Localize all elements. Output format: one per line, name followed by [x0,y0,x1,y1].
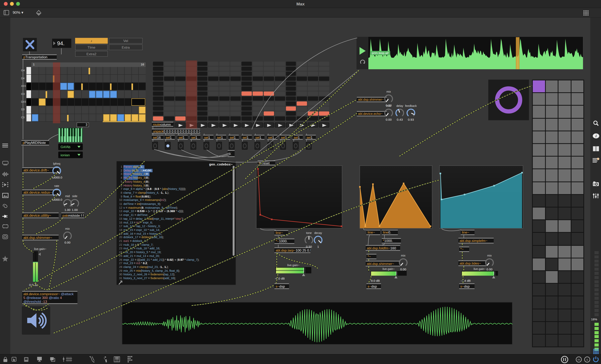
matrix-cell[interactable] [230,72,240,76]
midi-status-icon[interactable]: m [576,356,582,363]
matrix-cell[interactable] [219,77,230,81]
sel-object-8[interactable]: sel 1 [254,135,265,140]
column-play-button[interactable] [175,123,185,127]
tab-button-time[interactable]: TIme [75,44,108,50]
matrix-cell[interactable] [175,62,185,66]
grid-pad[interactable] [571,93,583,105]
grid-pad[interactable] [546,284,558,296]
patch-cords-icon[interactable] [89,356,95,363]
route-column[interactable]: route column [152,122,173,127]
matrix-cell[interactable] [208,77,219,81]
grid-pad[interactable] [571,208,583,220]
grid-pad[interactable] [533,182,545,194]
piano-roll-note-sliver[interactable] [81,83,83,90]
grid-pad[interactable] [546,131,558,143]
matrix-cell[interactable] [264,96,274,101]
bang-button[interactable] [293,142,299,150]
matrix-cell[interactable] [208,82,219,86]
grid-pad[interactable] [571,284,583,296]
grid-pad[interactable] [559,157,571,169]
object-list-icon[interactable] [127,356,133,363]
matrix-cell[interactable] [264,86,274,91]
gain-marker-icon[interactable] [38,253,40,256]
matrix-cell[interactable] [286,91,296,96]
code-line[interactable]: 14expr_11 = delTime; [117,213,233,217]
matrix-cell[interactable] [164,67,174,71]
toggle-x-button[interactable] [23,38,37,51]
matrix-cell[interactable] [308,106,318,111]
image-icon[interactable] [2,193,8,198]
grid-pad[interactable] [533,169,545,181]
piano-roll-note[interactable] [110,114,117,121]
code-line[interactable]: 31history_3_next_27 = fixdenorm(add_16); [117,277,233,280]
piano-roll-note[interactable] [103,114,110,121]
code-line[interactable]: 6History history_5(0); [117,183,233,187]
matrix-cell[interactable] [319,111,329,116]
matrix-cell[interactable] [297,82,307,86]
code-line[interactable]: 21out1 = dcblock_17; [117,239,233,243]
matrix-cell[interactable] [197,62,207,66]
sel-object-1[interactable]: sel 1 [165,135,175,140]
matrix-cell[interactable] [241,67,252,71]
black-key[interactable] [79,128,81,136]
matrix-cell[interactable] [230,86,240,91]
matrix-cell[interactable] [308,86,318,91]
piano-roll-note[interactable] [117,114,124,121]
matrix-cell[interactable] [253,72,263,76]
matrix-cell[interactable] [230,116,240,121]
zoom-level-select[interactable]: 90% ▾ [13,10,23,15]
grid-pad[interactable] [571,233,583,245]
gain-meter[interactable] [33,251,38,282]
matrix-cell[interactable] [230,77,240,81]
tempo-number-box[interactable]: 94. [52,39,71,48]
grid-pad[interactable] [546,246,558,258]
black-key[interactable] [60,128,62,136]
grid-pad[interactable] [559,144,571,156]
code-line[interactable]: 11delTime = int(mstosamps_9); [117,202,233,206]
column-play-button[interactable] [297,123,307,127]
code-line[interactable]: 4History history_3(0); [117,176,233,180]
grid-pad[interactable] [571,118,583,131]
matrix-cell[interactable] [230,96,240,101]
bang-button[interactable] [306,142,311,150]
sel-object-7[interactable]: sel 1 [241,135,252,140]
matrix-cell[interactable] [219,72,230,76]
matrix-cell[interactable] [153,72,163,76]
piano-icon[interactable] [114,356,120,362]
grid-pad[interactable] [559,182,571,194]
matrix-cell[interactable] [153,91,163,96]
matrix-cell[interactable] [264,77,274,81]
piano-roll-note[interactable] [124,114,131,121]
matrix-cell[interactable] [241,106,252,111]
matrix-cell[interactable] [230,106,240,111]
code-line[interactable]: 17sub_14 = tap_12 - history_3; [117,225,233,228]
matrix-cell[interactable] [208,86,219,91]
matrix-cell[interactable] [319,86,329,91]
code-line[interactable]: 24mul_20 = history_5 * mul_19; [117,250,233,254]
forward-x[interactable]: X [228,150,234,157]
matrix-cell[interactable] [319,82,329,86]
matrix-cell[interactable] [153,106,163,111]
matrix-cell[interactable] [230,91,240,96]
titlebar[interactable]: Max [0,0,601,8]
sel-object-12[interactable]: sel 1 [305,135,316,140]
gain-meter[interactable] [371,271,407,275]
matrix-cell[interactable] [286,77,296,81]
column-play-button[interactable] [253,123,263,127]
matrix-cell[interactable] [264,101,274,106]
console-icon[interactable] [593,158,599,163]
grid-pad[interactable] [571,80,583,92]
grid-pad[interactable] [546,220,558,232]
code-line[interactable]: 23mul_19 = rsub_18 * add_16; [117,247,233,250]
matrix-cell[interactable] [197,111,207,116]
matrix-cell[interactable] [197,86,207,91]
grid-pad[interactable] [571,195,583,207]
grid-pad[interactable] [533,309,545,321]
piano-roll-note-sliver[interactable] [89,68,90,75]
grid-pad[interactable] [546,322,558,334]
purple-dial[interactable] [488,80,529,120]
lock-icon[interactable] [3,357,8,362]
matrix-cell[interactable] [197,96,207,101]
grid-pad[interactable] [546,157,558,169]
play-icon[interactable] [359,47,366,55]
